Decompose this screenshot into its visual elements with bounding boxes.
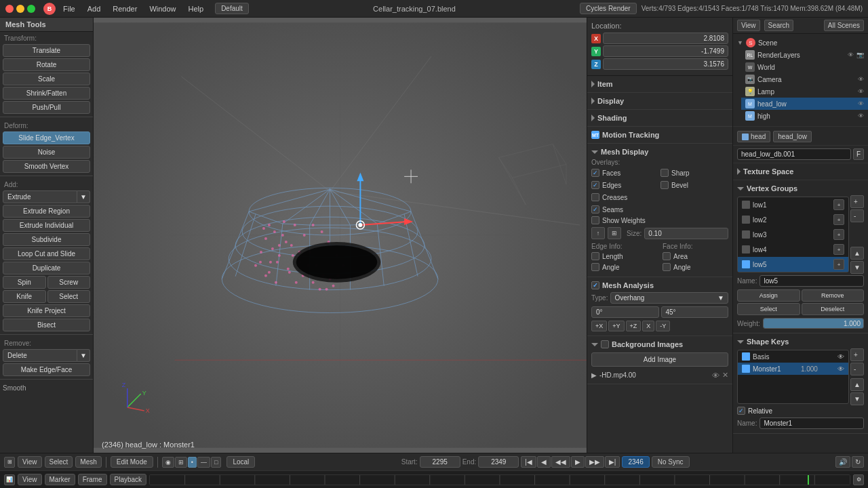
vg-item-low1[interactable]: low1 + (738, 197, 848, 212)
delete-btn[interactable]: Delete (3, 349, 77, 362)
axis-z-plus-btn[interactable]: +Z (626, 321, 642, 331)
vertex-groups-header[interactable]: Vertex Groups (737, 183, 864, 194)
bg-images-checkbox[interactable] (601, 340, 609, 348)
screw-btn[interactable]: Screw (47, 276, 91, 289)
close-btn[interactable] (5, 5, 14, 13)
select-btn[interactable]: Select (47, 290, 91, 303)
bevel-checkbox-row[interactable]: Bevel (660, 180, 728, 190)
world-item[interactable]: W World (741, 61, 868, 73)
image-expand-icon[interactable]: ▶ (591, 371, 597, 379)
menu-add[interactable]: Add (83, 3, 106, 14)
engine-selector[interactable]: Cycles Render (580, 3, 637, 14)
sk-up-btn[interactable]: ▲ (850, 378, 864, 391)
type-dropdown[interactable]: Overhang ▼ (610, 292, 728, 304)
data-name-input[interactable]: head_low_db.001 (737, 148, 851, 160)
timeline-frame-btn[interactable]: Frame (78, 474, 107, 485)
make-edge-face-btn[interactable]: Make Edge/Face (3, 363, 90, 376)
vg-down-btn[interactable]: ▼ (850, 261, 864, 274)
menu-file[interactable]: File (58, 3, 80, 14)
vg-low4-add-btn[interactable]: + (833, 244, 844, 255)
show-weights-row[interactable]: Show Weights (591, 215, 728, 226)
face-angle-checkbox[interactable] (663, 263, 671, 271)
seams-checkbox[interactable] (591, 205, 599, 214)
sharp-checkbox-row[interactable]: Sharp (660, 167, 728, 178)
length-checkbox[interactable] (591, 252, 599, 260)
mesh-data-selector[interactable]: head_low (773, 131, 812, 142)
shading-header[interactable]: Shading (591, 113, 728, 123)
subdivide-btn[interactable]: Subdivide (3, 233, 90, 246)
extrude-region-btn[interactable]: Extrude Region (3, 205, 90, 218)
angle-checkbox-row[interactable]: Angle (591, 262, 657, 272)
translate-btn[interactable]: Translate (3, 44, 90, 57)
show-weights-checkbox[interactable] (591, 216, 599, 224)
space-selector[interactable]: Local (226, 456, 255, 468)
renderlayers-camera-icon[interactable]: 📷 (856, 52, 864, 58)
timeline-view-btn[interactable]: View (18, 474, 42, 485)
loop-btn[interactable]: ↻ (852, 456, 864, 468)
current-frame[interactable]: 2346 (622, 456, 649, 468)
bisect-btn[interactable]: Bisect (3, 319, 90, 331)
view-menu-btn[interactable]: View (18, 456, 42, 468)
vg-item-low3[interactable]: low3 + (738, 227, 848, 242)
loop-cut-slide-btn[interactable]: Loop Cut and Slide (3, 247, 90, 260)
viewport[interactable]: User Persp (94, 18, 587, 453)
sk-add-btn[interactable]: + (850, 348, 864, 361)
edges-checkbox-row[interactable]: Edges (591, 180, 659, 190)
mesh-menu-btn[interactable]: Mesh (75, 456, 101, 468)
sync-selector[interactable]: No Sync (652, 456, 690, 468)
background-images-header[interactable]: Background Images (591, 339, 728, 350)
vg-assign-btn[interactable]: Assign (737, 289, 800, 302)
shape-keys-header[interactable]: Shape Keys (737, 336, 864, 347)
sk-basis-eye-icon[interactable]: 👁 (837, 353, 844, 361)
timeline-marker-btn[interactable]: Marker (45, 474, 75, 485)
display-header[interactable]: Display (591, 96, 728, 106)
sk-down-btn[interactable]: ▼ (850, 392, 864, 405)
play-back-btn[interactable]: ◀◀ (551, 456, 570, 468)
weight-bar[interactable]: 1.000 (763, 318, 864, 329)
vg-remove-btn[interactable]: - (850, 209, 864, 222)
edge-mode-btn[interactable]: — (197, 457, 210, 468)
creases-checkbox[interactable] (591, 193, 599, 201)
vg-remove-vg-btn[interactable]: Remove (802, 289, 865, 302)
camera-item[interactable]: 📷 Camera 👁 (741, 73, 868, 85)
global-local-toggle[interactable]: ◉ (162, 457, 174, 468)
search-btn[interactable]: Search (764, 20, 794, 31)
normals-size-input[interactable]: 0.10 (644, 228, 728, 239)
z-input[interactable]: 3.1576 (603, 58, 728, 70)
sharp-checkbox[interactable] (660, 169, 669, 177)
rotate-btn[interactable]: Rotate (3, 58, 90, 71)
renderlayers-item[interactable]: RL RenderLayers 👁 📷 (741, 49, 868, 61)
spin-btn[interactable]: Spin (3, 276, 46, 289)
camera-eye-icon[interactable]: 👁 (858, 76, 864, 83)
sk-monster1-eye-icon[interactable]: 👁 (837, 365, 844, 373)
angle2-input[interactable]: 45° (661, 306, 729, 318)
axis-x-minus-btn[interactable]: X (642, 321, 654, 331)
window-type-icon[interactable]: ⊞ (4, 457, 15, 468)
vg-low3-add-btn[interactable]: + (833, 229, 844, 240)
duplicate-btn[interactable]: Duplicate (3, 262, 90, 274)
angle1-input[interactable]: 0° (591, 306, 659, 318)
mesh-display-header[interactable]: Mesh Display (591, 146, 728, 157)
mode-selector[interactable]: Edit Mode (111, 456, 153, 468)
sk-basis-item[interactable]: Basis 👁 (738, 350, 848, 363)
vg-low1-add-btn[interactable]: + (833, 199, 844, 210)
scale-btn[interactable]: Scale (3, 73, 90, 85)
knife-btn[interactable]: Knife (3, 290, 46, 303)
end-frame[interactable]: 2349 (478, 456, 519, 468)
extrude-dropdown[interactable]: ▼ (77, 190, 90, 203)
faces-checkbox-row[interactable]: Faces (591, 167, 659, 178)
relative-checkbox[interactable] (737, 407, 745, 415)
renderlayers-eye-icon[interactable]: 👁 (848, 52, 854, 58)
head-low-eye-icon[interactable]: 👁 (858, 100, 864, 107)
extrude-btn[interactable]: Extrude (3, 190, 77, 203)
high-eye-icon[interactable]: 👁 (858, 113, 864, 119)
image-close-icon[interactable]: ✕ (722, 371, 728, 380)
menu-render[interactable]: Render (108, 3, 142, 14)
all-scenes-btn[interactable]: All Scenes (824, 20, 864, 31)
slide-edge-vertex-btn[interactable]: Slide Edge_Vertex (3, 131, 90, 144)
shrink-fatten-btn[interactable]: Shrink/Fatten (3, 87, 90, 100)
maximize-btn[interactable] (27, 5, 35, 13)
extrude-individual-btn[interactable]: Extrude Individual (3, 219, 90, 232)
axis-x-plus-btn[interactable]: +X (591, 321, 607, 331)
face-angle-checkbox-row[interactable]: Angle (663, 262, 728, 272)
